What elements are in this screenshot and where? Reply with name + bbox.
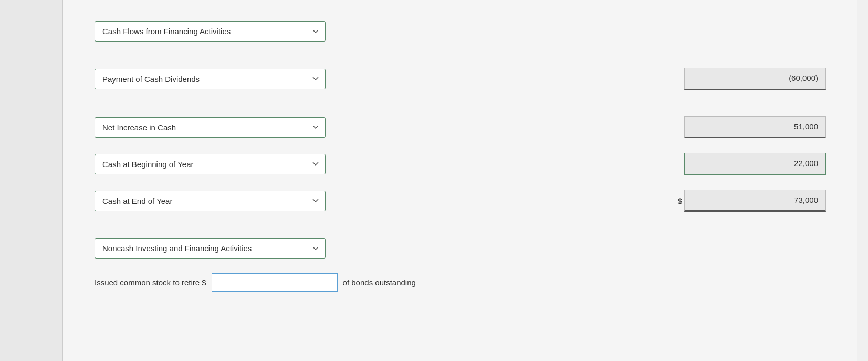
net-increase-value: 51,000 [684, 116, 826, 138]
dollar-sign-label: $ [678, 197, 682, 205]
net-increase-value-section: 51,000 [684, 116, 826, 138]
financing-activities-row: Cash Flows from Financing Activities [95, 21, 826, 42]
cash-end-dropdown[interactable]: Cash at End of Year [95, 191, 326, 211]
cash-beginning-value-section: 22,000 [684, 153, 826, 175]
cash-beginning-value: 22,000 [684, 153, 826, 175]
issued-prefix-label: Issued common stock to retire $ [95, 278, 206, 287]
net-increase-row: Net Increase in Cash 51,000 [95, 116, 826, 138]
cash-beginning-row: Cash at Beginning of Year 22,000 [95, 153, 826, 175]
issued-stock-row: Issued common stock to retire $ of bonds… [95, 273, 826, 292]
cash-beginning-dropdown[interactable]: Cash at Beginning of Year [95, 154, 326, 174]
cash-end-value: 73,000 [684, 190, 826, 212]
payment-dividends-row: Payment of Cash Dividends (60,000) [95, 68, 826, 90]
noncash-row: Noncash Investing and Financing Activiti… [95, 238, 826, 259]
cash-end-value-section: $ 73,000 [678, 190, 826, 212]
payment-dividends-dropdown[interactable]: Payment of Cash Dividends [95, 69, 326, 89]
main-content: Cash Flows from Financing Activities Pay… [63, 0, 857, 361]
issued-suffix-label: of bonds outstanding [343, 278, 416, 287]
cash-end-row: Cash at End of Year $ 73,000 [95, 190, 826, 212]
left-sidebar [0, 0, 63, 361]
right-sidebar [857, 0, 868, 361]
financing-activities-dropdown[interactable]: Cash Flows from Financing Activities [95, 21, 326, 42]
noncash-dropdown[interactable]: Noncash Investing and Financing Activiti… [95, 238, 326, 259]
page-container: Cash Flows from Financing Activities Pay… [0, 0, 868, 361]
payment-dividends-value: (60,000) [684, 68, 826, 90]
payment-dividends-value-section: (60,000) [684, 68, 826, 90]
net-increase-dropdown[interactable]: Net Increase in Cash [95, 117, 326, 138]
issued-amount-input[interactable] [212, 273, 338, 292]
